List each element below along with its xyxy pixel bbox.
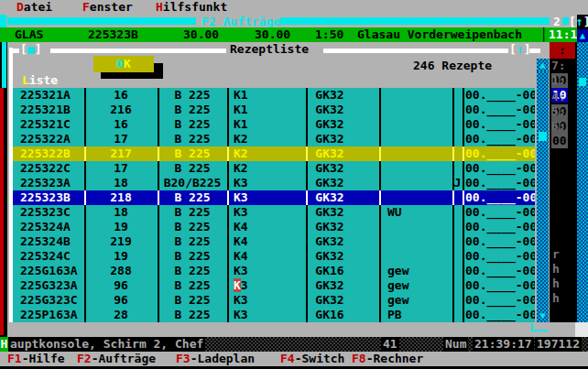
cell-code: 225322B xyxy=(20,147,84,161)
fkey-f1[interactable]: F1-Hilfe xyxy=(7,352,65,366)
table-row[interactable]: 225323C18B 225K3GK32WU00.____-00 xyxy=(13,205,535,220)
menu-label: atei xyxy=(24,0,52,14)
fkey-number: F2 xyxy=(77,352,92,365)
fkey-f2[interactable]: F2-Aufträge xyxy=(77,352,156,366)
info-recipe: 225323B xyxy=(88,27,138,42)
scrollbar-thumb[interactable] xyxy=(579,78,586,86)
text-cursor: K xyxy=(234,278,241,292)
cell-mix: B 225 xyxy=(158,308,227,322)
scrollbar-thumb[interactable] xyxy=(539,132,547,141)
cell-extra xyxy=(387,249,450,264)
column-separator xyxy=(227,190,229,205)
cell-k: K3 xyxy=(234,176,289,190)
cell-mix: B 225 xyxy=(158,132,227,147)
cell-flag xyxy=(452,88,463,103)
fkey-label: -Rechner xyxy=(366,352,424,365)
time-list-item[interactable]: 1:10 xyxy=(551,73,577,88)
fkey-f4[interactable]: F4-Switch xyxy=(280,352,344,366)
cell-code: 225324B xyxy=(20,234,84,249)
numlock-indicator: Num xyxy=(443,337,468,352)
fkey-f8[interactable]: F8-Rechner xyxy=(352,352,423,366)
cell-gk: GK32 xyxy=(293,103,366,117)
cell-extra xyxy=(387,103,450,117)
cell-mix: B 225 xyxy=(158,205,227,220)
background-scrollbar[interactable]: ▲ xyxy=(577,29,588,322)
menu-item-fenster[interactable]: Fenster xyxy=(82,0,133,15)
cell-qty: 19 xyxy=(84,220,158,234)
table-row[interactable]: 225324B219B 225K4GK3200.____-00 xyxy=(13,234,535,249)
table-row[interactable]: 225321B216B 225K1GK3200.____-00 xyxy=(13,103,535,117)
table-row[interactable]: 225322B217B 225K2GK3200.____-00 xyxy=(13,147,535,161)
cell-code: 225G323A xyxy=(20,278,84,293)
table-row[interactable]: 225321A16B 225K1GK3200.____-00 xyxy=(13,88,535,103)
table-row[interactable]: 225G163A288B 225K3GK16gew00.____-00 xyxy=(13,264,535,278)
titlebar-line xyxy=(7,17,196,25)
cell-mix: B 225 xyxy=(158,264,227,278)
info-value1: 30.00 xyxy=(183,27,219,42)
cell-qty: 17 xyxy=(84,161,158,176)
cell-code: 225322A xyxy=(20,132,84,147)
ok-button[interactable]: OK xyxy=(93,56,154,72)
cell-flag xyxy=(452,264,463,278)
table-row[interactable]: 225P163A28B 225K3GK16PB00.____-00 xyxy=(13,308,535,322)
cell-gk: GK16 xyxy=(293,264,366,278)
info-separator: │ xyxy=(540,27,548,42)
background-window-titlebar[interactable]: F2 Aufträge 2 [↑] xyxy=(0,15,577,27)
cell-qty: 96 xyxy=(84,293,158,308)
table-row[interactable]: 225324A19B 225K4GK3200.____-00 xyxy=(13,220,535,234)
fkey-number: F4 xyxy=(280,352,295,365)
cell-code: 225323A xyxy=(20,176,84,190)
window-frame-line xyxy=(13,49,19,53)
cell-extra xyxy=(387,117,450,132)
table-row[interactable]: 225322A17B 225K2GK3200.____-00 xyxy=(13,132,535,147)
time-list-item[interactable]: 5:00 xyxy=(551,104,577,119)
cell-k: K1 xyxy=(234,103,289,117)
scroll-up-icon[interactable]: ▲ xyxy=(537,59,549,71)
table-row[interactable]: 225G323C96B 225K3GK32gew00.____-00 xyxy=(13,293,535,308)
scrollbar-track[interactable] xyxy=(537,71,549,309)
scroll-down-icon[interactable]: ▼ xyxy=(537,309,549,322)
partial-text: r xyxy=(552,247,560,262)
menu-item-datei[interactable]: Datei xyxy=(16,0,52,15)
time-list-item[interactable]: 4:00 xyxy=(551,90,577,104)
cell-flag xyxy=(452,278,463,293)
rezeptliste-window: [■] Rezeptliste [↑] OK 246 Rezepte Liste… xyxy=(7,42,550,337)
partial-text: h xyxy=(552,277,560,291)
scroll-up-icon[interactable]: ▲ xyxy=(577,29,588,42)
fkey-f3[interactable]: F3-Ladeplan xyxy=(176,352,255,366)
table-row[interactable]: 225324C19B 225K4GK3200.____-00 xyxy=(13,249,535,264)
cell-mix: B 225 xyxy=(158,234,227,249)
column-separator xyxy=(158,147,159,161)
bg-window-frame-fragment xyxy=(575,322,588,337)
cell-extra xyxy=(387,147,450,161)
cell-mix: B 225 xyxy=(158,103,227,117)
cell-mix: B 225 xyxy=(158,147,227,161)
cell-code: 225324A xyxy=(20,220,84,234)
background-window-content: : 7:001:104:005:006:00rhhh xyxy=(550,42,577,337)
info-plant: Glasau Vorderweipenbach xyxy=(357,27,522,42)
time-hour: 4: xyxy=(551,90,566,103)
cell-mix: B 225 xyxy=(158,190,227,205)
cell-price: 00.____-00 xyxy=(465,103,535,117)
table-row[interactable]: 225321C16B 225K1GK3200.____-00 xyxy=(13,117,535,132)
column-separator xyxy=(306,190,308,205)
cell-gk: GK32 xyxy=(293,147,366,161)
cell-price: 00.____-00 xyxy=(465,220,535,234)
menu-item-hilfsfunkt[interactable]: Hilfsfunkt xyxy=(156,0,227,15)
table-row[interactable]: 225323A18B20/B225K3GK32J00.____-00 xyxy=(13,176,535,190)
partial-text: h xyxy=(552,262,560,277)
time-list-item[interactable]: 6:00 xyxy=(551,119,577,134)
column-separator xyxy=(84,190,86,205)
window-close-box[interactable]: [■] xyxy=(20,42,41,57)
table-row[interactable]: 225322C17B 225K2GK3200.____-00 xyxy=(13,161,535,176)
cell-text: 3 xyxy=(241,278,248,292)
table-row[interactable]: 225G323A96B 225K3GK32gew00.____-00 xyxy=(13,278,535,293)
recipe-table[interactable]: 225321A16B 225K1GK3200.____-00225321B216… xyxy=(13,88,535,322)
cell-flag xyxy=(452,117,463,132)
table-row[interactable]: 225323B218B 225K3GK3200.____-00 xyxy=(13,190,535,205)
titlebar-block xyxy=(562,17,569,25)
window-zoom-box[interactable]: [↑] xyxy=(509,42,530,57)
table-scrollbar[interactable]: ▲ ▼ xyxy=(537,59,549,322)
time-list-item[interactable]: 7:00 xyxy=(551,59,577,73)
column-separator xyxy=(84,147,86,161)
